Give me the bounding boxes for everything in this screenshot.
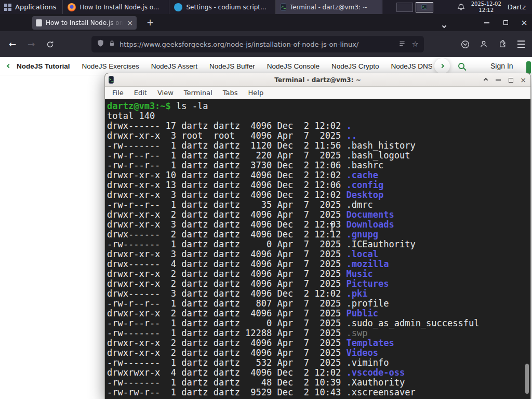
terminal-maximize-button[interactable]: [507, 76, 515, 84]
menu-view[interactable]: View: [152, 89, 179, 97]
listing-row: -rw-r--r-- 1 dartz dartz 220 Apr 7 2025 …: [107, 151, 530, 161]
pocket-icon[interactable]: [457, 36, 473, 52]
url-bar[interactable]: https://www.geeksforgeeks.org/node-js/in…: [91, 36, 424, 52]
taskbar-window-button[interactable]: >_Terminal - dartz@vm3: ~: [276, 0, 382, 14]
listing-row: drwxrwxr-x 4 dartz dartz 4096 Dec 2 12:0…: [107, 368, 530, 378]
listing-row: drwxr-xr-x 2 dartz dartz 4096 Apr 7 2025…: [107, 309, 530, 318]
menu-help[interactable]: Help: [243, 89, 269, 97]
applications-icon: [4, 4, 11, 11]
clock-time: 12:12: [471, 7, 501, 14]
listing-row: drwxr-xr-x 13 dartz dartz 4096 Dec 2 12:…: [107, 180, 530, 190]
tab-title: How to Install Node.js on: [46, 19, 123, 26]
nav-item[interactable]: NodeJS Buffer: [209, 62, 255, 70]
tab-close-button[interactable]: ×: [127, 19, 133, 27]
terminal-window-controls: ×: [482, 73, 527, 87]
terminal-window: >_ Terminal - dartz@vm3: ~ × File Edit V…: [104, 73, 531, 399]
lock-icon: [109, 39, 115, 49]
terminal-icon: >_: [109, 76, 114, 84]
terminal-close-button[interactable]: ×: [519, 76, 527, 84]
listing-row: drwx------ 3 dartz dartz 4096 Dec 2 12:0…: [107, 289, 530, 299]
terminal-output[interactable]: dartz@vm3:~$ ls -la total 140 drwx------…: [105, 100, 530, 399]
menu-file[interactable]: File: [107, 89, 129, 97]
taskbar-window-title: How to Install Node.js o...: [79, 4, 164, 11]
terminal-minimize-button[interactable]: [494, 76, 502, 84]
shell-command: ls -la: [176, 101, 208, 111]
taskbar-window-title: Settings - codium script...: [186, 4, 271, 11]
listing-row: drwx------ 17 dartz dartz 4096 Dec 2 12:…: [107, 121, 530, 131]
tracking-shield-icon[interactable]: [97, 39, 104, 49]
listing-row: drwx------ 4 dartz dartz 4096 Apr 7 2025…: [107, 259, 530, 269]
tab-bar: How to Install Node.js on × + ×: [0, 14, 532, 31]
listing-row: -rw-r--r-- 1 dartz dartz 35 Apr 7 2025 .…: [107, 200, 530, 210]
tab-list-chevron-icon[interactable]: [443, 20, 446, 30]
reader-mode-icon[interactable]: [398, 39, 406, 49]
codium-icon: [174, 3, 182, 11]
url-bar-actions: ☆: [398, 39, 419, 49]
taskbar-window-button[interactable]: Settings - codium script...: [169, 0, 276, 14]
nav-item[interactable]: NodeJS Tutorial: [17, 62, 70, 70]
page-scroll-indicator: [526, 61, 531, 74]
reload-button[interactable]: [42, 36, 58, 52]
applications-label: Applications: [15, 3, 56, 11]
listing-row: drwxr-xr-x 3 root root 4096 Apr 7 2025 .…: [107, 131, 530, 141]
back-button[interactable]: ←: [4, 36, 21, 52]
menu-edit[interactable]: Edit: [129, 89, 152, 97]
nav-prev-icon[interactable]: [7, 64, 11, 68]
navigation-toolbar: ← → https://www.geeksforgeeks.org/node-j…: [0, 31, 532, 57]
clock-date: 2025-12-02: [471, 1, 501, 7]
nav-item[interactable]: NodeJS Exercises: [82, 62, 139, 70]
account-icon[interactable]: [476, 36, 491, 52]
listing-row: -rw-rw-r-- 1 dartz dartz 9529 Dec 2 10:4…: [107, 388, 530, 397]
terminal-shade-button[interactable]: [482, 76, 490, 84]
tab-favicon: [36, 19, 42, 26]
site-nav-items: NodeJS TutorialNodeJS ExercisesNodeJS As…: [17, 62, 432, 70]
browser-close-button[interactable]: ×: [516, 14, 532, 31]
terminal-scrollbar-thumb[interactable]: [525, 364, 529, 394]
nav-item[interactable]: NodeJS Crypto: [331, 62, 379, 70]
nav-item[interactable]: NodeJS Console: [267, 62, 320, 70]
terminal-icon: >_: [421, 4, 427, 10]
taskbar-buttons: How to Install Node.js o...Settings - co…: [63, 0, 382, 14]
shell-prompt: dartz@vm3:~$: [107, 101, 176, 111]
clock[interactable]: 2025-12-02 12:12: [471, 1, 501, 13]
listing-row: drwxr-xr-x 2 dartz dartz 4096 Apr 7 2025…: [107, 348, 530, 358]
listing-row: -rw-r--r-- 1 dartz dartz 807 Apr 7 2025 …: [107, 299, 530, 309]
notification-bell-icon[interactable]: [457, 3, 465, 11]
url-text: https://www.geeksforgeeks.org/node-js/in…: [119, 41, 394, 48]
workspace-1[interactable]: [396, 3, 413, 12]
new-tab-button[interactable]: +: [143, 16, 157, 29]
sign-in-link[interactable]: Sign In: [490, 62, 513, 70]
nav-item[interactable]: NodeJS DNS: [391, 62, 432, 70]
workspace-switcher[interactable]: >_: [396, 2, 433, 12]
listing-row: -rw-r--r-- 1 dartz dartz 3730 Dec 2 12:0…: [107, 161, 530, 170]
bookmark-star-icon[interactable]: ☆: [412, 41, 419, 48]
extensions-icon[interactable]: [495, 36, 510, 52]
forward-button[interactable]: →: [23, 36, 39, 52]
applications-menu-button[interactable]: Applications: [0, 0, 63, 14]
listing-row: drwxr-xr-x 3 dartz dartz 4096 Apr 7 2025…: [107, 249, 530, 259]
browser-tab[interactable]: How to Install Node.js on ×: [32, 16, 137, 30]
menu-terminal[interactable]: Terminal: [179, 89, 218, 97]
taskbar-window-button[interactable]: How to Install Node.js o...: [63, 0, 169, 14]
terminal-titlebar[interactable]: >_ Terminal - dartz@vm3: ~ ×: [105, 73, 530, 87]
listing-row: drwxr-xr-x 3 dartz dartz 4096 Dec 2 12:0…: [107, 220, 530, 230]
taskbar-window-title: Terminal - dartz@vm3: ~: [290, 4, 378, 11]
listing-row: drwxr-xr-x 2 dartz dartz 4096 Apr 7 2025…: [107, 338, 530, 348]
text-cursor: [329, 223, 334, 232]
menu-button[interactable]: [513, 36, 529, 52]
site-search-icon[interactable]: [458, 63, 464, 69]
nav-item[interactable]: NodeJS Assert: [151, 62, 197, 70]
browser-maximize-button[interactable]: [498, 14, 513, 31]
menu-tabs[interactable]: Tabs: [218, 89, 243, 97]
nav-next-button[interactable]: [434, 58, 450, 74]
terminal-listing: drwx------ 17 dartz dartz 4096 Dec 2 12:…: [107, 121, 530, 397]
total-line: total 140: [107, 111, 530, 121]
prompt-line: dartz@vm3:~$ ls -la: [107, 101, 530, 111]
workspace-2[interactable]: >_: [416, 2, 433, 12]
browser-minimize-button[interactable]: [479, 14, 495, 31]
listing-row: -rw------- 1 dartz dartz 532 Apr 7 2025 …: [107, 358, 530, 368]
listing-row: -rw------- 1 dartz dartz 0 Apr 7 2025 .I…: [107, 240, 530, 249]
listing-row: drwxr-xr-x 3 dartz dartz 4096 Dec 2 12:0…: [107, 190, 530, 200]
top-panel: Applications How to Install Node.js o...…: [0, 0, 532, 14]
terminal-menubar: File Edit View Terminal Tabs Help: [105, 87, 530, 99]
